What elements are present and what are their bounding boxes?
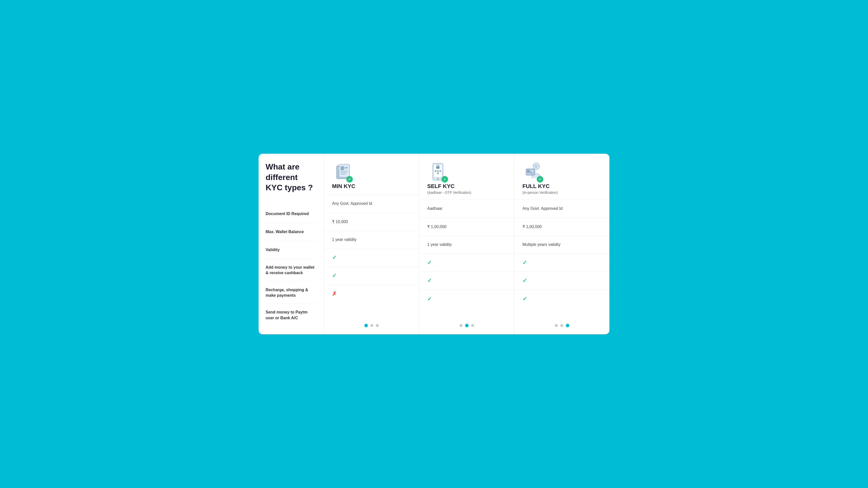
min-kyc-add-money-check: ✓ (332, 254, 337, 261)
full-kyc-add-money: ✓ (515, 254, 610, 272)
svg-rect-3 (339, 164, 349, 177)
min-kyc-header: ✓ MIN KYC (324, 154, 419, 195)
min-kyc-dot-1[interactable] (364, 324, 368, 327)
full-kyc-subtitle: (In-person Verification) (523, 191, 558, 195)
self-kyc-add-money-check: ✓ (427, 259, 432, 266)
full-kyc-validity: Multiple years validity (515, 236, 610, 254)
svg-rect-6 (345, 167, 348, 168)
label-column: What are different KYC types ? Document … (258, 154, 324, 334)
min-kyc-title: MIN KYC (332, 183, 355, 190)
svg-point-21 (536, 165, 537, 166)
svg-rect-23 (527, 170, 529, 173)
svg-point-17 (437, 178, 439, 180)
full-kyc-recharge: ✓ (515, 272, 610, 290)
full-kyc-title: FULL KYC (523, 183, 550, 190)
kyc-comparison-container: What are different KYC types ? Document … (258, 154, 610, 334)
svg-point-19 (533, 163, 539, 169)
svg-rect-24 (530, 170, 534, 171)
svg-rect-18 (436, 166, 439, 169)
min-kyc-recharge-check: ✓ (332, 272, 337, 279)
self-kyc-card: ✓ SELF KYC (Aadhaar - OTP Verification) … (419, 154, 514, 334)
min-kyc-card: ✓ MIN KYC Any Govt. Approved Id ₹ 10,000… (324, 154, 419, 334)
svg-rect-10 (341, 174, 345, 174)
full-kyc-dot-1[interactable] (555, 324, 558, 327)
full-kyc-recharge-check: ✓ (523, 278, 527, 284)
self-kyc-dot-2[interactable] (465, 324, 469, 327)
min-kyc-icon-wrapper: ✓ (332, 161, 353, 183)
svg-rect-26 (527, 173, 533, 174)
self-kyc-recharge: ✓ (419, 272, 514, 290)
min-kyc-send-money-cross: ✗ (332, 291, 337, 297)
self-kyc-pagination (419, 319, 514, 334)
min-kyc-doc-id: Any Govt. Approved Id (324, 195, 419, 213)
self-kyc-recharge-check: ✓ (427, 278, 432, 284)
svg-rect-9 (341, 172, 346, 173)
min-kyc-add-money: ✓ (324, 249, 419, 267)
label-add-money: Add money to your wallet & receive cashb… (266, 259, 317, 282)
full-kyc-dot-2[interactable] (560, 324, 563, 327)
self-kyc-check-badge: ✓ (441, 176, 448, 183)
full-kyc-check-badge: ✓ (537, 176, 543, 183)
self-kyc-max-balance: ₹ 1,00,000 (419, 218, 514, 236)
self-kyc-send-money-check: ✓ (427, 296, 432, 302)
full-kyc-send-money-check: ✓ (523, 296, 527, 302)
self-kyc-send-money: ✓ (419, 290, 514, 308)
full-kyc-card: ✓ FULL KYC (In-person Verification) Any … (514, 154, 610, 334)
self-kyc-subtitle: (Aadhaar - OTP Verification) (427, 191, 471, 195)
label-doc-id: Document ID Required (266, 205, 317, 223)
full-kyc-send-money: ✓ (515, 290, 610, 308)
self-kyc-doc-id: Aadhaar (419, 200, 514, 218)
self-kyc-title: SELF KYC (427, 183, 455, 190)
min-kyc-rows: Any Govt. Approved Id ₹ 10,000 1 year va… (324, 195, 419, 319)
min-kyc-dot-2[interactable] (370, 324, 373, 327)
min-kyc-send-money: ✗ (324, 285, 419, 303)
label-rows: Document ID Required Max. Wallet Balance… (266, 205, 317, 326)
svg-rect-5 (341, 166, 344, 170)
svg-point-14 (437, 170, 439, 172)
self-kyc-add-money: ✓ (419, 254, 514, 272)
self-kyc-dot-3[interactable] (471, 324, 474, 327)
min-kyc-validity: 1 year validity (324, 231, 419, 249)
svg-rect-7 (345, 168, 347, 169)
svg-rect-8 (341, 171, 348, 172)
full-kyc-rows: Any Govt. Approved Id ₹ 1,00,000 Multipl… (515, 200, 610, 319)
full-kyc-max-balance: ₹ 1,00,000 (515, 218, 610, 236)
full-kyc-add-money-check: ✓ (523, 259, 527, 266)
self-kyc-icon-wrapper: ✓ (427, 161, 448, 183)
label-send-money: Send money to Paytm user or Bank A/C (266, 304, 317, 326)
self-kyc-header: ✓ SELF KYC (Aadhaar - OTP Verification) (419, 154, 514, 200)
svg-point-15 (439, 170, 441, 172)
svg-point-16 (437, 172, 439, 174)
min-kyc-recharge: ✓ (324, 267, 419, 285)
full-kyc-dot-3[interactable] (566, 324, 569, 327)
label-max-balance: Max. Wallet Balance (266, 223, 317, 241)
full-kyc-icon-wrapper: ✓ (523, 161, 544, 183)
self-kyc-rows: Aadhaar ₹ 1,00,000 1 year validity ✓ ✓ ✓ (419, 200, 514, 319)
min-kyc-pagination (324, 319, 419, 334)
full-kyc-doc-id: Any Govt. Approved Id (515, 200, 610, 218)
svg-point-13 (435, 170, 436, 172)
full-kyc-pagination (515, 319, 610, 334)
page-heading: What are different KYC types ? (266, 162, 317, 193)
svg-point-20 (535, 165, 536, 166)
label-recharge: Recharge, shopping & make payments (266, 282, 317, 304)
min-kyc-max-balance: ₹ 10,000 (324, 213, 419, 231)
full-kyc-header: ✓ FULL KYC (In-person Verification) (515, 154, 610, 200)
self-kyc-validity: 1 year validity (419, 236, 514, 254)
self-kyc-dot-1[interactable] (460, 324, 463, 327)
label-validity: Validity (266, 241, 317, 259)
min-kyc-check-badge: ✓ (346, 176, 353, 183)
min-kyc-dot-3[interactable] (376, 324, 379, 327)
